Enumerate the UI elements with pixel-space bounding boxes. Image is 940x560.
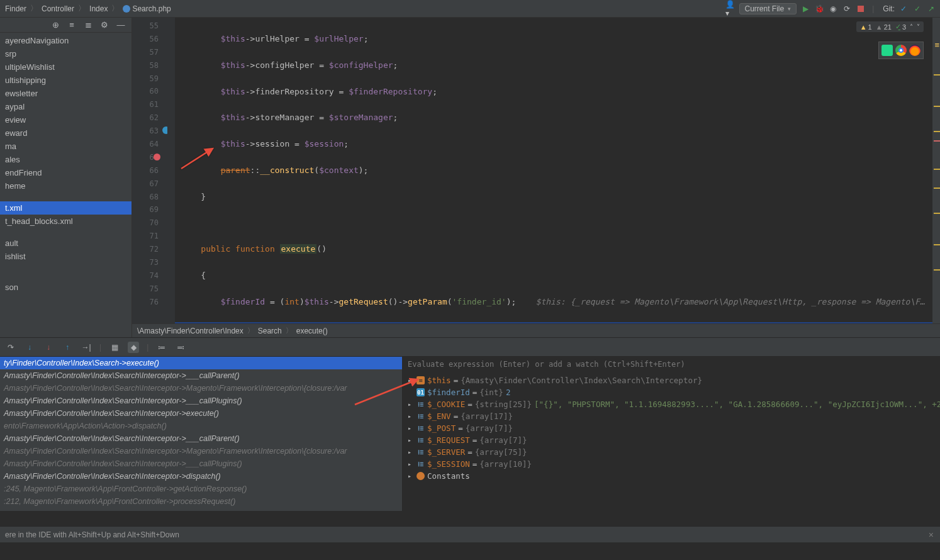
settings-icon[interactable]: ⚙: [100, 21, 109, 30]
tree-item[interactable]: son: [0, 281, 131, 294]
var-name: $_ENV: [427, 412, 451, 421]
var-row[interactable]: ▸ ≡ $this = {Amasty\Finder\Controller\In…: [406, 374, 940, 386]
frame-row[interactable]: ento\Framework\App\Action\Action->dispat…: [0, 420, 402, 432]
frame-row[interactable]: Amasty\Finder\Controller\Index\Search\In…: [0, 407, 402, 420]
expand-icon[interactable]: ▸: [408, 437, 414, 444]
update-project-button[interactable]: ✓: [912, 4, 922, 14]
stop-button[interactable]: [856, 4, 866, 14]
expand-icon[interactable]: ▸: [408, 473, 414, 479]
collapse-icon[interactable]: ≣: [84, 21, 92, 30]
step-into-icon[interactable]: ↓: [24, 342, 35, 353]
fold-column[interactable]: [167, 18, 175, 323]
tree-item[interactable]: eward: [0, 126, 131, 140]
tree-item[interactable]: ultipleWishlist: [0, 60, 131, 74]
profile-button[interactable]: ⟳: [842, 4, 852, 14]
tree-item[interactable]: t_head_blocks.xml: [0, 215, 131, 228]
breakpoint-icon[interactable]: [154, 154, 160, 160]
var-row[interactable]: ▸ Constants: [406, 470, 940, 482]
breadcrumb-item[interactable]: Search.php: [121, 4, 172, 13]
target-icon[interactable]: ⊕: [51, 21, 60, 30]
push-button[interactable]: ↗: [926, 4, 936, 14]
frames-panel[interactable]: ty\Finder\Controller\Index\Search->execu…: [0, 357, 403, 511]
evaluate-expression-icon[interactable]: ▦: [109, 342, 120, 353]
expand-icon[interactable]: ≡: [67, 21, 76, 30]
tree-item[interactable]: ales: [0, 153, 131, 166]
run-button[interactable]: ▶: [800, 4, 810, 14]
trace-icon[interactable]: ◆: [128, 342, 139, 353]
step-over-icon[interactable]: ↷: [5, 342, 16, 353]
tree-item[interactable]: ault: [0, 237, 131, 250]
chrome-icon[interactable]: [895, 45, 907, 56]
var-row[interactable]: ▸ ⁞≡ $_COOKIE = {string[25]} ["{}", "PHP…: [406, 398, 940, 410]
separator: |: [872, 4, 874, 13]
run-to-cursor-icon[interactable]: →|: [81, 342, 92, 353]
var-row[interactable]: ▸ ⁞≡ $_SESSION = {array[10]}: [406, 458, 940, 470]
tree-item[interactable]: ayeredNavigation: [0, 34, 131, 47]
array-icon: ⁞≡: [417, 448, 425, 456]
frame-row[interactable]: Amasty\Finder\Controller\Index\Search\In…: [0, 457, 402, 470]
project-tree[interactable]: ayeredNavigation srp ultipleWishlist ult…: [0, 33, 131, 337]
frame-row[interactable]: Amasty\Finder\Controller\Index\Search\In…: [0, 445, 402, 457]
var-row[interactable]: ▸ ⁞≡ $_SERVER = {array[75]}: [406, 446, 940, 458]
hide-icon[interactable]: —: [116, 21, 125, 30]
tree-item[interactable]: ma: [0, 140, 131, 153]
expand-icon[interactable]: ▸: [408, 413, 414, 420]
var-row[interactable]: ▸ ⁞≡ $_REQUEST = {array[7]}: [406, 434, 940, 446]
frame-row[interactable]: Amasty\Finder\Controller\Index\Search\In…: [0, 432, 402, 445]
code-area[interactable]: $this->urlHelper = $urlHelper; $this->co…: [175, 18, 940, 323]
debug-button[interactable]: 🐞: [814, 4, 824, 14]
var-row[interactable]: ▸ ⁞≡ $_ENV = {array[17]}: [406, 410, 940, 422]
crumb-item[interactable]: execute(): [296, 327, 328, 335]
var-row[interactable]: 01 $finderId = {int} 2: [406, 386, 940, 398]
breadcrumb-item[interactable]: Finder: [4, 4, 28, 13]
tree-item[interactable]: ultishipping: [0, 74, 131, 87]
expand-icon[interactable]: ▸: [408, 377, 414, 384]
editor-viewport[interactable]: 55 56 57 58 59 60 61 62 63 64 65 66 67 6…: [132, 18, 940, 323]
expand-icon[interactable]: ▸: [408, 449, 414, 456]
variables-tree[interactable]: ▸ ≡ $this = {Amasty\Finder\Controller\In…: [403, 372, 940, 511]
close-icon[interactable]: ×: [929, 530, 934, 540]
frame-row[interactable]: :212, Magento\Framework\App\FrontControl…: [0, 495, 402, 508]
phpstorm-icon[interactable]: [881, 45, 893, 56]
expand-icon[interactable]: ▸: [408, 401, 414, 408]
evaluate-input[interactable]: Evaluate expression (Enter) or add a wat…: [403, 357, 940, 372]
threads-icon[interactable]: ≔: [156, 342, 167, 353]
tree-item[interactable]: ewsletter: [0, 87, 131, 100]
breadcrumb-item[interactable]: Controller: [40, 4, 76, 13]
tree-item[interactable]: t.xml: [0, 201, 131, 215]
user-icon[interactable]: 👤▾: [725, 4, 736, 14]
commit-button[interactable]: ✓: [898, 4, 909, 14]
tree-item[interactable]: endFriend: [0, 166, 131, 179]
tree-item[interactable]: srp: [0, 47, 131, 60]
run-configuration-selector[interactable]: Current File ▾: [739, 3, 797, 14]
var-name: $_COOKIE: [427, 400, 465, 409]
run-coverage-button[interactable]: ◉: [828, 4, 838, 14]
next-highlight-button[interactable]: ˅: [917, 23, 920, 30]
hamburger-icon[interactable]: ≡: [934, 40, 939, 50]
prev-highlight-button[interactable]: ˄: [910, 23, 913, 30]
inspections-widget[interactable]: ▲1 ▲21 ✓̱3 ˄ ˅: [856, 21, 924, 32]
frame-row[interactable]: :245, Magento\Framework\App\FrontControl…: [0, 483, 402, 495]
crumb-item[interactable]: Search: [258, 327, 282, 335]
tree-item[interactable]: heme: [0, 179, 131, 193]
restore-layout-icon[interactable]: ≕: [175, 342, 186, 353]
gutter[interactable]: 55 56 57 58 59 60 61 62 63 64 65 66 67 6…: [132, 18, 167, 323]
tree-item[interactable]: eview: [0, 113, 131, 126]
step-out-icon[interactable]: ↑: [62, 342, 73, 353]
tree-item[interactable]: ishlist: [0, 250, 131, 263]
firefox-icon[interactable]: [909, 45, 920, 56]
crumb-item[interactable]: \Amasty\Finder\Controller\Index: [137, 327, 243, 335]
expand-icon[interactable]: ▸: [408, 425, 414, 432]
separator: |: [147, 343, 148, 352]
var-row[interactable]: ▸ ⁞≡ $_POST = {array[7]}: [406, 422, 940, 434]
force-step-into-icon[interactable]: ↓: [43, 342, 54, 353]
breadcrumb-item[interactable]: Index: [88, 4, 109, 13]
frame-row[interactable]: Amasty\Finder\Controller\Index\Search\In…: [0, 395, 402, 407]
frame-row[interactable]: Amasty\Finder\Controller\Index\Search\In…: [0, 470, 402, 483]
expand-icon[interactable]: ▸: [408, 461, 414, 468]
frame-row[interactable]: Amasty\Finder\Controller\Index\Search\In…: [0, 369, 402, 382]
frame-row[interactable]: Amasty\Finder\Controller\Index\Search\In…: [0, 382, 402, 395]
tree-item[interactable]: aypal: [0, 100, 131, 113]
frame-row[interactable]: ty\Finder\Controller\Index\Search->execu…: [0, 357, 402, 369]
error-stripe[interactable]: ≡: [932, 18, 940, 323]
